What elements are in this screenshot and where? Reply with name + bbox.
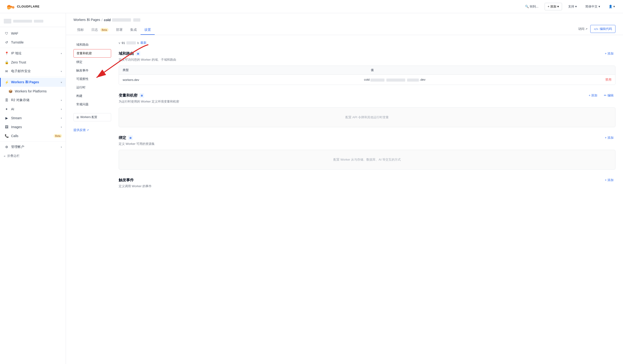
manage-expand-icon: ▾ — [61, 146, 62, 148]
sidebar-item-workers[interactable]: ⚡ Workers 和 Pages ▾ — [0, 78, 66, 87]
search-button[interactable]: 🔍 转到... — [523, 3, 541, 10]
sidebar-item-turnstile[interactable]: ↺ Turnstile — [0, 38, 66, 47]
domain-routes-title: 域和路由 ⊞ — [119, 51, 140, 56]
leftnav-vars[interactable]: 变量和机密 — [73, 49, 111, 58]
row-type: workers.dev — [119, 75, 360, 84]
version-blur — [126, 41, 136, 44]
leftnav-runtime[interactable]: 运行时 — [73, 83, 111, 91]
language-button[interactable]: 简体中文 ▾ — [583, 3, 602, 10]
leftnav-observe[interactable]: 可观察性 — [73, 75, 111, 83]
tab-integration[interactable]: 集成 — [126, 25, 141, 35]
sidebar-item-zerotrust[interactable]: 🔒 Zero Trust — [0, 58, 66, 67]
settings-left-nav: 域和路由 变量和机密 绑定 触发事件 可观察性 运行时 构建 常规问题 ⊞ Wo… — [73, 41, 111, 196]
workers-expand-icon: ▾ — [61, 81, 62, 84]
breadcrumb-current-label: cold — [104, 18, 111, 22]
triggers-add-button[interactable]: + 添加 — [603, 177, 616, 183]
triggers-desc: 定义调用 Worker 的事件 — [119, 184, 616, 188]
triggers-actions: + 添加 — [603, 177, 616, 183]
logo-text: CLOUDFLARE — [17, 5, 40, 8]
tabs: 指标 日志 Beta 部署 集成 设置 访问 ↗ </> 编辑代码 — [66, 22, 623, 35]
add-button[interactable]: + 添加 ▾ — [545, 3, 562, 10]
breadcrumb-parent: Workers 和 Pages — [73, 18, 100, 22]
bindings-title: 绑定 ⊞ — [119, 135, 133, 140]
breadcrumb-id — [112, 18, 131, 22]
edit-code-button[interactable]: </> 编辑代码 — [590, 25, 616, 33]
domain-routes-table: 类型 值 workers.dev cold .dev — [119, 66, 616, 85]
sidebar-item-waf[interactable]: 🛡 WAF — [0, 29, 66, 38]
visit-button[interactable]: 访问 ↗ — [578, 27, 587, 31]
leftnav-triggers[interactable]: 触发事件 — [73, 66, 111, 75]
disable-button[interactable]: 禁用 — [601, 75, 615, 85]
main-content: Workers 和 Pages / cold 指标 日志 Beta 部署 集成 … — [66, 13, 623, 364]
triggers-header: 触发事件 + 添加 — [119, 177, 616, 183]
collapse-icon: « — [4, 154, 5, 158]
support-button[interactable]: 支持 ▾ — [566, 3, 579, 10]
settings-content: 域和路由 变量和机密 绑定 触发事件 可观察性 运行时 构建 常规问题 ⊞ Wo… — [66, 35, 623, 202]
leftnav-bind[interactable]: 绑定 — [73, 58, 111, 66]
sidebar-item-images[interactable]: 🖼 Images ▾ — [0, 122, 66, 131]
leftnav-build[interactable]: 构建 — [73, 92, 111, 100]
breadcrumb-separator: / — [101, 18, 102, 22]
sidebar-item-stream[interactable]: ▶ Stream ▾ — [0, 114, 66, 122]
row-value-blur2 — [386, 79, 405, 81]
row-value-blur1 — [370, 79, 384, 81]
version-bar: v91 b 最新 — [119, 41, 616, 45]
domain-routes-section: 域和路由 ⊞ + 添加 定义可访问您的 Worker 的域、子域和路由 类型 — [119, 51, 616, 85]
col-value: 值 — [367, 66, 615, 75]
add-chevron-icon: ▾ — [557, 5, 559, 8]
tab-logs[interactable]: 日志 Beta — [88, 25, 112, 35]
sidebar-item-email[interactable]: ✉ 电子邮件安全 ▾ — [0, 67, 66, 76]
vars-edit-button[interactable]: ✏ 编辑 — [602, 92, 616, 99]
vars-actions: + 添加 ✏ 编辑 — [587, 92, 616, 99]
domain-routes-desc: 定义可访问您的 Worker 的域、子域和路由 — [119, 58, 616, 62]
vars-add-button[interactable]: + 添加 — [587, 92, 599, 99]
tab-settings[interactable]: 设置 — [141, 25, 155, 35]
grid-icon: ⊞ — [77, 116, 79, 119]
table-header: 类型 值 — [119, 66, 615, 75]
version-number: 91 — [122, 41, 125, 45]
manage-icon: ⚙ — [4, 145, 9, 149]
logo[interactable]: CLOUDFLARE — [6, 3, 40, 10]
shield-icon: 🛡 — [4, 31, 9, 36]
bindings-add-button[interactable]: + 添加 — [603, 135, 616, 141]
zerotrust-icon: 🔒 — [4, 60, 9, 64]
sidebar-item-ai[interactable]: ✦ AI ▾ — [0, 105, 66, 114]
breadcrumb: Workers 和 Pages / cold — [66, 13, 623, 22]
workers-config-button[interactable]: ⊞ Workers 配置 — [73, 113, 111, 121]
calls-beta-badge: Beta — [54, 134, 62, 138]
sidebar-item-platforms[interactable]: 📦 Workers for Platforms — [0, 87, 66, 96]
tab-deploy[interactable]: 部署 — [112, 25, 126, 35]
ai-icon: ✦ — [4, 107, 9, 111]
vars-section: 变量和机密 ⊞ + 添加 ✏ 编辑 为运行时使用的 Worker 定 — [119, 92, 616, 127]
version-latest-badge: 最新 — [140, 41, 146, 45]
feedback-link[interactable]: 提供反馈 ↗ — [73, 126, 111, 134]
stream-icon: ▶ — [4, 116, 9, 120]
sidebar-item-manage[interactable]: ⚙ 管理帐户 ▾ — [0, 142, 66, 151]
user-button[interactable]: 👤 ▾ — [606, 3, 617, 10]
domain-add-button[interactable]: + 添加 — [603, 51, 616, 57]
triggers-title: 触发事件 — [119, 178, 134, 183]
bindings-actions: + 添加 — [603, 135, 616, 141]
triggers-section: 触发事件 + 添加 定义调用 Worker 的事件 — [119, 177, 616, 188]
r2-expand-icon: ▾ — [61, 99, 62, 101]
ip-expand-icon: ▾ — [61, 52, 62, 55]
collapse-sidebar-button[interactable]: « 折叠边栏 — [0, 151, 66, 160]
bindings-empty-state: 配置 Worker 从与存储、数据库、AI 等交互的方式 — [119, 150, 616, 170]
sidebar-account — [0, 17, 66, 27]
sidebar-item-calls[interactable]: 📞 Calls Beta — [0, 131, 66, 140]
bindings-section: 绑定 ⊞ + 添加 定义 Worker 可用的资源集 配置 Worker 从与存… — [119, 135, 616, 170]
sidebar-item-ip[interactable]: 📍 IP 地址 ▾ — [0, 49, 66, 58]
account-name — [13, 20, 32, 22]
tabs-actions: 访问 ↗ </> 编辑代码 — [578, 25, 616, 35]
sidebar: 🛡 WAF ↺ Turnstile 📍 IP 地址 ▾ 🔒 Zero Trust… — [0, 13, 66, 364]
sidebar-item-r2[interactable]: 🗄 R2 对象存储 ▾ — [0, 96, 66, 105]
images-icon: 🖼 — [4, 125, 9, 129]
table-row: workers.dev cold .dev 禁用 — [119, 75, 615, 85]
col-type: 类型 — [119, 66, 367, 75]
version-suffix: b — [137, 41, 139, 45]
tab-metrics[interactable]: 指标 — [73, 25, 88, 35]
bindings-header: 绑定 ⊞ + 添加 — [119, 135, 616, 141]
sidebar-divider-3 — [0, 141, 66, 142]
leftnav-issues[interactable]: 常规问题 — [73, 101, 111, 108]
leftnav-domain[interactable]: 域和路由 — [73, 41, 111, 49]
